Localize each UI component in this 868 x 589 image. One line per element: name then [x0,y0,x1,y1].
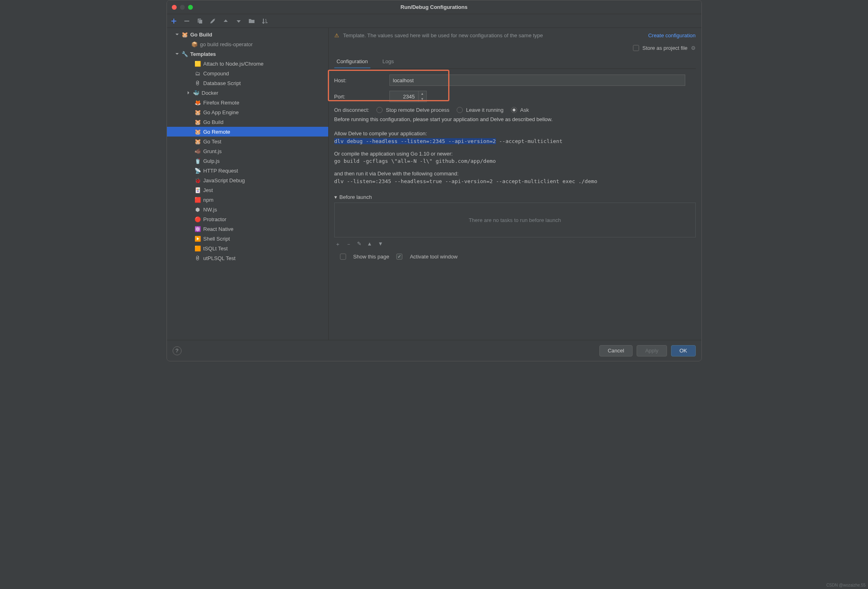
add-config-button[interactable] [170,17,177,25]
cmd-dlv-exec: dlv --listen=:2345 --headless=true --api… [334,178,696,184]
nodejs-icon: 🟨 [195,60,201,67]
tree-node-go-build-group[interactable]: 🐹 Go Build [167,30,328,39]
npm-icon: 🟥 [195,196,201,203]
cmd-go-build: go build -gcflags \"all=-N -l\" github.c… [334,158,696,164]
tree-node-templates[interactable]: 🔧 Templates [167,49,328,59]
folder-button[interactable] [248,17,255,25]
gear-icon[interactable]: ⚙ [691,45,696,51]
tree-item-grunt[interactable]: 🐗Grunt.js [167,146,328,156]
radio-stop[interactable]: Stop remote Delve process [376,107,449,113]
titlebar: Run/Debug Configurations [167,0,701,14]
move-task-down-button[interactable]: ▼ [378,241,383,248]
add-task-button[interactable]: ＋ [335,241,340,248]
store-row: Store as project file ⚙ [329,43,701,55]
edit-defaults-button[interactable] [209,17,216,25]
create-configuration-link[interactable]: Create configuration [648,32,695,38]
show-page-label: Show this page [353,254,389,260]
activate-tool-label: Activate tool window [410,254,458,260]
wrench-icon: 🔧 [182,51,188,57]
js-debug-icon: 🐞 [195,177,201,184]
before-launch-list: There are no tasks to run before launch [334,203,696,237]
tree-item-tsqlt[interactable]: 🟧tSQLt Test [167,243,328,253]
sort-button[interactable] [261,17,268,25]
tree-item-protractor[interactable]: 🔴Protractor [167,214,328,224]
tree-item-go-build[interactable]: 🐹Go Build [167,117,328,127]
port-spinner[interactable]: ▲▼ [419,91,427,102]
remove-config-button[interactable] [183,17,190,25]
before-launch-header[interactable]: ▾ Before launch [334,192,696,203]
tree-item-compound[interactable]: 🗂Compound [167,68,328,78]
config-toolbar [167,14,701,28]
port-input[interactable] [389,91,419,102]
database-icon: 🛢 [195,80,201,86]
tree-item-react-native[interactable]: ⚛️React Native [167,224,328,234]
host-input[interactable] [389,75,685,86]
utplsql-icon: 🛢 [195,255,201,261]
tree-item-nwjs[interactable]: ⬢NW.js [167,205,328,214]
disconnect-label: On disconnect: [334,107,370,113]
help-button[interactable]: ? [173,346,182,355]
cmd-dlv-debug: dlv debug --headless --listen=:2345 --ap… [334,138,696,144]
radio-icon [457,107,463,113]
tab-configuration[interactable]: Configuration [334,55,370,68]
tree-item-attach-node[interactable]: 🟨Attach to Node.js/Chrome [167,59,328,68]
radio-ask[interactable]: Ask [511,107,529,113]
apply-button[interactable]: Apply [637,345,667,356]
tree-item-docker[interactable]: 🐳Docker [167,88,328,98]
cancel-button[interactable]: Cancel [599,345,633,356]
maximize-window-button[interactable] [188,5,193,10]
tree-item-jest[interactable]: 🃏Jest [167,185,328,195]
react-icon: ⚛️ [195,226,201,232]
move-up-button[interactable] [222,17,229,25]
close-window-button[interactable] [172,5,177,10]
tree-node-go-build-redis[interactable]: 📦 go build redis-operator [167,39,328,49]
tree-item-utplsql[interactable]: 🛢utPLSQL Test [167,253,328,263]
watermark: CSDN @wozaizhe.55 [826,583,866,587]
remove-task-button[interactable]: － [346,241,351,248]
spinner-up-icon[interactable]: ▲ [419,91,426,96]
dialog-footer: ? Cancel Apply OK [167,340,701,361]
spinner-down-icon[interactable]: ▼ [419,96,426,102]
ok-button[interactable]: OK [671,345,696,356]
bottom-checkboxes: Show this page Activate tool window [334,251,696,262]
banner-text: Template. The values saved here will be … [343,32,644,38]
tree-item-npm[interactable]: 🟥npm [167,195,328,205]
nwjs-icon: ⬢ [195,206,201,213]
grunt-icon: 🐗 [195,148,201,154]
window-controls [172,5,193,10]
help-allow-delve: Allow Delve to compile your application: [334,130,696,138]
run-config-icon: 📦 [191,41,198,47]
http-icon: 📡 [195,167,201,174]
move-task-up-button[interactable]: ▲ [367,241,372,248]
minimize-window-button[interactable] [180,5,185,10]
copy-config-button[interactable] [196,17,203,25]
tree-item-js-debug[interactable]: 🐞JavaScript Debug [167,175,328,185]
help-before-running: Before running this configuration, pleas… [334,115,696,124]
radio-leave[interactable]: Leave it running [457,107,504,113]
tab-logs[interactable]: Logs [380,55,396,68]
config-tree[interactable]: 🐹 Go Build 📦 go build redis-operator 🔧 T… [167,28,328,340]
window-title: Run/Debug Configurations [167,4,701,10]
disconnect-row: On disconnect: Stop remote Delve process… [334,105,696,115]
template-banner: ⚠ Template. The values saved here will b… [329,28,701,43]
activate-tool-checkbox[interactable] [396,254,402,260]
show-page-checkbox[interactable] [340,254,346,260]
tree-item-firefox-remote[interactable]: 🦊Firefox Remote [167,98,328,107]
radio-icon [376,107,383,113]
warning-icon: ⚠ [334,32,339,38]
port-label: Port: [334,94,389,100]
tree-item-go-app-engine[interactable]: 🐹Go App Engine [167,107,328,117]
tree-item-gulp[interactable]: 🥤Gulp.js [167,156,328,166]
docker-icon: 🐳 [193,90,199,96]
go-remote-icon: 🐹 [195,128,201,135]
tree-item-shell-script[interactable]: ▶️Shell Script [167,234,328,243]
help-then-run: and then run it via Delve with the follo… [334,170,696,178]
edit-task-button[interactable]: ✎ [357,241,361,248]
tree-item-go-test[interactable]: 🐹Go Test [167,137,328,146]
move-down-button[interactable] [235,17,242,25]
tree-item-http-request[interactable]: 📡HTTP Request [167,166,328,175]
tree-item-go-remote[interactable]: 🐹Go Remote [167,127,328,137]
tree-item-database-script[interactable]: 🛢Database Script [167,78,328,88]
store-project-checkbox[interactable] [633,45,639,51]
host-label: Host: [334,77,389,83]
